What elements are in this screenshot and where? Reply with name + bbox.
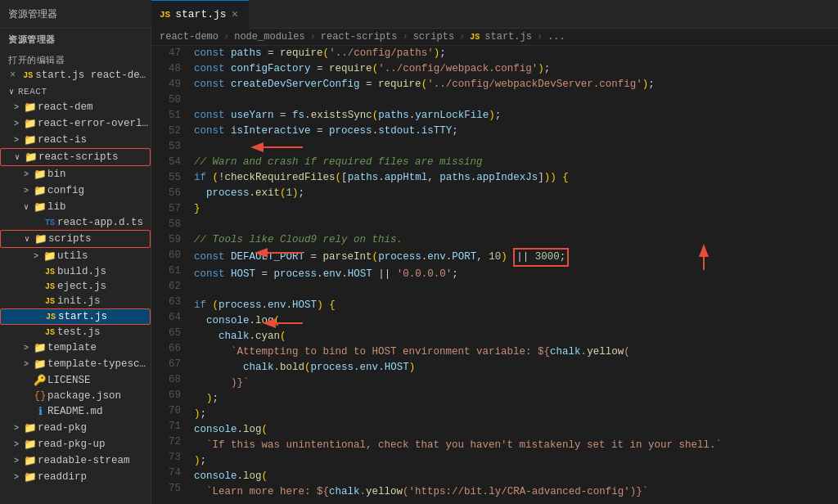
- breadcrumb: react-demo › node_modules › react-script…: [151, 29, 838, 46]
- file-license[interactable]: 🔑 LICENSE: [0, 372, 151, 389]
- folder-icon: 📁: [23, 470, 38, 484]
- code-line-65: chalk.cyan(: [194, 329, 838, 344]
- folder-icon: 📁: [34, 232, 48, 245]
- folder-label: react-is: [38, 134, 151, 146]
- folder-arrow: [11, 151, 24, 163]
- file-package-json[interactable]: {} package.json: [0, 389, 151, 403]
- folder-react-scripts[interactable]: 📁 react-scripts: [0, 148, 151, 166]
- folder-icon: 📁: [33, 168, 47, 181]
- folder-icon: 📁: [23, 421, 38, 434]
- js-icon: JS: [43, 313, 58, 322]
- folder-icon: 📁: [33, 184, 47, 197]
- breadcrumb-filename: start.js: [484, 31, 532, 43]
- line-numbers: 47 48 49 50 51 52 53 54 55 56 57 58 59 6…: [151, 46, 187, 504]
- folder-template-typescript[interactable]: 📁 template-typescript: [0, 356, 151, 372]
- code-line-64: console.log(: [194, 313, 838, 329]
- code-line-50: [194, 92, 838, 108]
- file-label: test.js: [57, 326, 151, 338]
- code-line-71: console.log(: [194, 422, 838, 438]
- react-arrow[interactable]: [5, 86, 18, 97]
- file-label: start.js: [58, 311, 150, 322]
- file-readme[interactable]: ℹ README.md: [0, 403, 151, 420]
- active-tab[interactable]: JS start.js ×: [151, 0, 250, 29]
- code-container[interactable]: 47 48 49 50 51 52 53 54 55 56 57 58 59 6…: [151, 46, 838, 504]
- folder-label: react-scripts: [38, 151, 150, 163]
- react-section-label: REACT: [18, 87, 47, 97]
- js-icon: JS: [43, 297, 57, 306]
- folder-icon: 📁: [24, 151, 38, 164]
- folder-scripts[interactable]: 📁 scripts: [0, 230, 151, 248]
- folder-read-pkg[interactable]: 📁 read-pkg: [0, 420, 151, 436]
- file-test-js[interactable]: JS test.js: [0, 325, 151, 340]
- folder-config[interactable]: 📁 config: [0, 182, 151, 199]
- file-eject-js[interactable]: JS eject.js: [0, 279, 151, 294]
- file-label: react-app.d.ts: [57, 217, 151, 228]
- file-label: eject.js: [57, 281, 151, 292]
- breadcrumb-part: node_modules: [234, 31, 304, 43]
- code-line-69: );: [194, 391, 838, 407]
- folder-bin[interactable]: 📁 bin: [0, 166, 151, 182]
- folder-arrow: [20, 358, 33, 370]
- folder-label: react-error-overlay: [38, 118, 151, 129]
- folder-icon: 📁: [33, 200, 47, 214]
- folder-label: react-dem: [38, 101, 151, 113]
- file-label: build.js: [57, 266, 151, 277]
- code-line-52: const isInteractive = process.stdout.isT…: [194, 124, 838, 139]
- file-label: package.json: [47, 390, 151, 402]
- code-line-57: }: [194, 201, 838, 217]
- code-line-55: if (!checkRequiredFiles([paths.appHtml, …: [194, 170, 838, 186]
- sidebar-explorer-title: 资源管理器: [0, 29, 151, 51]
- folder-react-error-overlay[interactable]: 📁 react-error-overlay: [0, 115, 151, 132]
- code-line-72: `If this was unintentional, check that y…: [194, 438, 838, 453]
- folder-arrow: [10, 134, 23, 146]
- file-start-js[interactable]: JS start.js: [0, 308, 151, 325]
- folder-readable-stream[interactable]: 📁 readable-stream: [0, 452, 151, 469]
- folder-read-pkg-up[interactable]: 📁 read-pkg-up: [0, 436, 151, 452]
- folder-arrow: [10, 101, 23, 113]
- folder-arrow: [10, 422, 23, 434]
- code-line-63: if (process.env.HOST) {: [194, 298, 838, 313]
- file-react-app-dts[interactable]: TS react-app.d.ts: [0, 215, 151, 230]
- folder-template[interactable]: 📁 template: [0, 340, 151, 356]
- file-build-js[interactable]: JS build.js: [0, 264, 151, 279]
- code-line-61: const HOST = process.env.HOST || '0.0.0.…: [194, 267, 838, 282]
- folder-arrow: [10, 118, 23, 129]
- folder-readdirp[interactable]: 📁 readdirp: [0, 469, 151, 485]
- folder-label: template: [47, 342, 151, 353]
- folder-icon: 📁: [23, 438, 38, 451]
- sidebar-title: 资源管理器: [0, 7, 151, 21]
- folder-icon: 📁: [23, 117, 38, 130]
- folder-label: bin: [47, 169, 151, 180]
- pkg-icon: {}: [33, 390, 47, 402]
- file-init-js[interactable]: JS init.js: [0, 294, 151, 308]
- folder-arrow: [20, 201, 33, 213]
- title-bar: 资源管理器 JS start.js ×: [0, 0, 838, 29]
- folder-arrow: [20, 233, 34, 245]
- folder-label: utils: [57, 250, 151, 262]
- file-label: LICENSE: [47, 375, 151, 386]
- code-line-47: const paths = require('../config/paths')…: [194, 46, 838, 61]
- breadcrumb-part: react-scripts: [321, 31, 398, 43]
- folder-react-is[interactable]: 📁 react-is: [0, 132, 151, 148]
- folder-arrow: [20, 342, 33, 353]
- folder-label: scripts: [48, 233, 150, 245]
- folder-icon: 📁: [23, 101, 38, 114]
- folder-icon: 📁: [23, 133, 38, 146]
- code-line-74: console.log(: [194, 469, 838, 484]
- folder-react-dem[interactable]: 📁 react-dem: [0, 99, 151, 115]
- folder-label: template-typescript: [47, 358, 151, 370]
- opened-file-item[interactable]: × JS start.js react-demo\no...: [0, 68, 151, 83]
- breadcrumb-part: scripts: [413, 31, 454, 43]
- folder-lib[interactable]: 📁 lib: [0, 199, 151, 215]
- folder-label: config: [47, 185, 151, 196]
- folder-utils[interactable]: 📁 utils: [0, 248, 151, 264]
- breadcrumb-js-icon: JS: [470, 33, 480, 42]
- folder-label: lib: [47, 201, 151, 213]
- sidebar: 资源管理器 打开的编辑器 × JS start.js react-demo\no…: [0, 29, 151, 504]
- tab-close-button[interactable]: ×: [232, 8, 238, 21]
- react-section-header: REACT: [0, 83, 151, 99]
- folder-arrow: [20, 169, 33, 180]
- code-line-59: // Tools like Cloud9 rely on this.: [194, 232, 838, 248]
- close-icon[interactable]: ×: [10, 70, 16, 81]
- code-line-62: [194, 282, 838, 298]
